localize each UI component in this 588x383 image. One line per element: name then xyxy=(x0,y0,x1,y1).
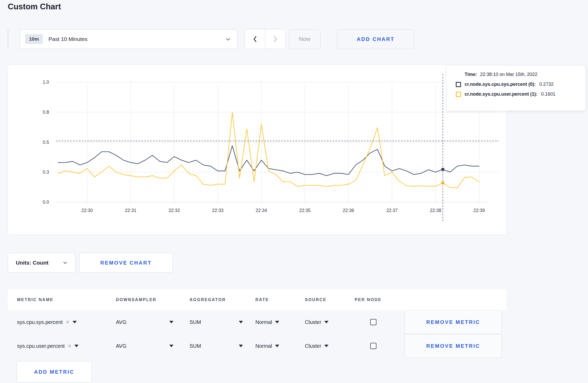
tooltip-series-row: cr.node.sys.cpu.sys.percent (0):0.2732 xyxy=(456,82,585,87)
y-axis-label: 0.3 xyxy=(43,169,49,175)
units-dropdown[interactable]: Units: Count xyxy=(8,253,75,273)
metric-row: sys.cpu.sys.percent×AVGSUMNormalClusterR… xyxy=(8,310,506,334)
clear-metric-icon[interactable]: × xyxy=(68,342,71,350)
chevron-down-icon xyxy=(63,261,67,264)
tooltip-series-label: cr.node.sys.cpu.user.percent (1): xyxy=(465,91,537,97)
column-header-source: SOURCE xyxy=(305,297,326,302)
source-select[interactable]: Cluster xyxy=(305,310,328,334)
time-nav-group xyxy=(245,29,285,49)
metric-name-select[interactable]: sys.cpu.user.percent× xyxy=(17,334,79,358)
downsampler-value: AVG xyxy=(116,319,127,325)
crosshair-point xyxy=(442,168,444,171)
series-line-1 xyxy=(58,112,479,188)
add-chart-button[interactable]: ADD CHART xyxy=(337,29,414,49)
chart-tooltip: Time:22:38:10 on Mar 15th, 2022 cr.node.… xyxy=(446,65,586,111)
tooltip-series-value: 0.2732 xyxy=(539,82,554,87)
tooltip-time-row: Time:22:38:10 on Mar 15th, 2022 xyxy=(465,72,585,77)
x-axis-label: 22:37 xyxy=(386,208,398,213)
caret-down-icon xyxy=(239,321,243,323)
caret-down-icon xyxy=(324,345,328,347)
caret-down-icon xyxy=(73,321,77,323)
aggregator-value: SUM xyxy=(190,343,201,349)
tooltip-time-label: Time: xyxy=(465,72,477,77)
x-axis-label: 22:34 xyxy=(256,208,267,213)
rate-select[interactable]: Normal xyxy=(255,310,279,334)
caret-down-icon xyxy=(169,321,173,323)
metric-name-value: sys.cpu.sys.percent xyxy=(17,319,63,325)
page-title: Custom Chart xyxy=(8,2,61,11)
aggregator-select[interactable]: SUM xyxy=(190,334,243,358)
tooltip-series-row: cr.node.sys.cpu.user.percent (1):0.1601 xyxy=(456,91,585,97)
y-axis-label: 0.5 xyxy=(43,140,49,145)
tooltip-series-value: 0.1601 xyxy=(541,91,555,97)
column-header-downsampler: DOWNSAMPLER xyxy=(116,297,156,302)
series-swatch-icon xyxy=(456,92,461,97)
rate-select[interactable]: Normal xyxy=(255,334,279,358)
x-axis-label: 22:32 xyxy=(169,208,180,213)
downsampler-value: AVG xyxy=(116,343,127,349)
y-axis-label: 0.0 xyxy=(43,200,49,205)
units-label: Units: Count xyxy=(16,260,48,266)
source-value: Cluster xyxy=(305,343,321,349)
chevron-left-icon xyxy=(253,35,257,43)
tooltip-series-label: cr.node.sys.cpu.sys.percent (0): xyxy=(465,82,536,87)
rate-value: Normal xyxy=(255,319,272,325)
rate-value: Normal xyxy=(255,343,272,349)
time-window-dropdown[interactable]: 10m Past 10 Minutes xyxy=(20,29,237,49)
metric-name-select[interactable]: sys.cpu.sys.percent× xyxy=(17,310,77,334)
x-axis-label: 22:31 xyxy=(125,208,136,213)
crosshair-point xyxy=(442,181,444,184)
custom-chart-page: Custom Chart 10m Past 10 Minutes Now ADD… xyxy=(0,0,588,383)
chart-canvas[interactable]: 22:3022:3122:3222:3322:3422:3522:3622:37… xyxy=(8,65,506,235)
remove-chart-button[interactable]: REMOVE CHART xyxy=(79,253,173,273)
caret-down-icon xyxy=(275,345,279,347)
metric-row: sys.cpu.user.percent×AVGSUMNormalCluster… xyxy=(8,334,506,358)
metrics-table-header: METRIC NAMEDOWNSAMPLERAGGREGATORRATESOUR… xyxy=(8,289,506,310)
x-axis-label: 22:35 xyxy=(299,208,311,213)
caret-down-icon xyxy=(324,321,328,323)
caret-down-icon xyxy=(169,345,173,347)
add-metric-button[interactable]: ADD METRIC xyxy=(17,361,92,382)
time-forward-button[interactable] xyxy=(265,30,285,49)
remove-metric-button[interactable]: REMOVE METRIC xyxy=(404,334,502,358)
x-axis-label: 22:39 xyxy=(473,208,485,213)
time-back-button[interactable] xyxy=(245,30,265,49)
aggregator-select[interactable]: SUM xyxy=(190,310,243,334)
chevron-down-icon xyxy=(226,38,230,41)
chevron-right-icon xyxy=(273,35,278,43)
per-node-checkbox[interactable] xyxy=(370,343,376,349)
source-select[interactable]: Cluster xyxy=(305,334,328,358)
aggregator-value: SUM xyxy=(190,319,201,325)
column-header-rate: RATE xyxy=(255,297,269,302)
downsampler-select[interactable]: AVG xyxy=(116,334,173,358)
per-node-checkbox[interactable] xyxy=(370,319,376,325)
caret-down-icon xyxy=(275,321,279,323)
y-axis-label: 0.8 xyxy=(43,110,49,115)
remove-metric-button[interactable]: REMOVE METRIC xyxy=(404,310,502,334)
tooltip-time-value: 22:38:10 on Mar 15th, 2022 xyxy=(480,72,537,77)
now-button[interactable]: Now xyxy=(289,29,320,49)
toolbar-divider xyxy=(8,29,8,49)
column-header-per-node: PER NODE xyxy=(355,297,382,302)
x-axis-label: 22:33 xyxy=(212,208,223,213)
downsampler-select[interactable]: AVG xyxy=(116,310,173,334)
metric-name-value: sys.cpu.user.percent xyxy=(17,343,65,349)
x-axis-label: 22:36 xyxy=(343,208,354,213)
y-axis-label: 1.0 xyxy=(43,80,49,85)
chart-card: 22:3022:3122:3222:3322:3422:3522:3622:37… xyxy=(8,65,506,235)
x-axis-label: 22:38 xyxy=(430,208,441,213)
caret-down-icon xyxy=(74,345,79,347)
time-window-label: Past 10 Minutes xyxy=(48,36,88,42)
series-swatch-icon xyxy=(456,82,461,87)
caret-down-icon xyxy=(239,345,243,347)
column-header-aggregator: AGGREGATOR xyxy=(190,297,226,302)
source-value: Cluster xyxy=(305,319,321,325)
clear-metric-icon[interactable]: × xyxy=(66,318,69,326)
time-window-badge: 10m xyxy=(25,34,43,44)
x-axis-label: 22:30 xyxy=(81,208,93,213)
column-header-metric-name: METRIC NAME xyxy=(17,297,53,302)
